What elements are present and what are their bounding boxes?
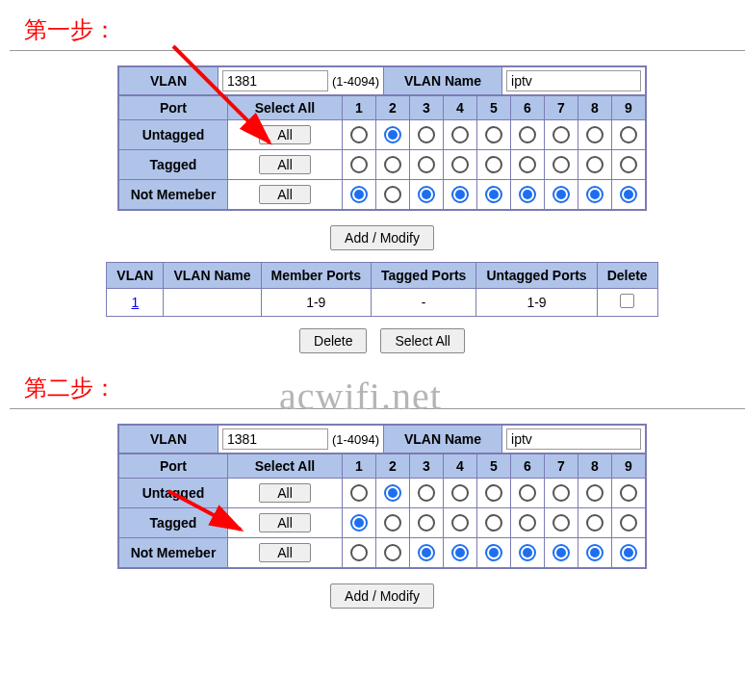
- step1-section: VLAN (1-4094) VLAN Name Port Select All …: [10, 65, 745, 353]
- port-radio[interactable]: [451, 186, 469, 203]
- port-radio[interactable]: [620, 484, 637, 502]
- port-radio[interactable]: [519, 514, 536, 531]
- port-radio[interactable]: [519, 484, 536, 502]
- port-header: Port: [118, 454, 227, 479]
- port-num: 3: [410, 96, 444, 120]
- add-modify-button[interactable]: Add / Modify: [330, 583, 434, 609]
- selectall-button[interactable]: Select All: [380, 328, 465, 353]
- all-button[interactable]: All: [259, 185, 311, 204]
- port-radio[interactable]: [519, 186, 536, 203]
- port-radio[interactable]: [451, 514, 469, 531]
- port-radio[interactable]: [451, 156, 469, 173]
- all-button[interactable]: All: [259, 513, 311, 532]
- port-radio[interactable]: [519, 544, 536, 561]
- port-radio[interactable]: [552, 544, 570, 561]
- port-radio[interactable]: [350, 544, 368, 561]
- port-radio[interactable]: [418, 126, 435, 143]
- port-radio[interactable]: [485, 544, 502, 561]
- all-button[interactable]: All: [259, 483, 311, 503]
- cell-vlanname: [164, 289, 261, 317]
- col-vlanname: VLAN Name: [164, 263, 261, 289]
- col-member: Member Ports: [261, 263, 371, 289]
- cell-member: 1-9: [261, 289, 371, 317]
- all-button[interactable]: All: [259, 125, 311, 144]
- col-vlan: VLAN: [107, 263, 164, 289]
- port-radio[interactable]: [485, 514, 502, 531]
- port-radio[interactable]: [384, 156, 401, 173]
- delete-button[interactable]: Delete: [299, 328, 367, 353]
- port-num: 8: [578, 454, 612, 479]
- port-num: 3: [410, 454, 444, 479]
- vlan-input-table-2: VLAN (1-4094) VLAN Name: [118, 425, 646, 454]
- port-radio[interactable]: [519, 156, 536, 173]
- port-radio[interactable]: [418, 156, 435, 173]
- port-radio[interactable]: [350, 514, 368, 531]
- port-radio[interactable]: [384, 514, 401, 531]
- row-label-untagged: Untagged: [118, 479, 227, 508]
- all-button[interactable]: All: [259, 543, 311, 562]
- vlan-input-table-1: VLAN (1-4094) VLAN Name: [118, 66, 646, 95]
- port-num: 2: [376, 96, 410, 120]
- vlan-id-input[interactable]: [222, 428, 328, 450]
- port-radio[interactable]: [620, 156, 637, 173]
- port-radio[interactable]: [418, 544, 435, 561]
- vlan-id-input[interactable]: [222, 70, 328, 91]
- delete-checkbox[interactable]: [620, 294, 634, 308]
- port-radio[interactable]: [552, 484, 570, 502]
- port-radio[interactable]: [586, 484, 604, 502]
- port-radio[interactable]: [384, 544, 401, 561]
- port-radio[interactable]: [418, 186, 435, 203]
- port-radio[interactable]: [350, 186, 368, 203]
- port-radio[interactable]: [485, 126, 502, 143]
- port-radio[interactable]: [350, 484, 368, 502]
- port-radio[interactable]: [620, 186, 637, 203]
- add-modify-button[interactable]: Add / Modify: [330, 225, 434, 250]
- port-radio[interactable]: [451, 484, 469, 502]
- port-radio[interactable]: [350, 126, 368, 143]
- port-radio[interactable]: [384, 126, 401, 143]
- port-radio[interactable]: [485, 156, 502, 173]
- port-radio[interactable]: [519, 126, 536, 143]
- vlan-name-input[interactable]: [506, 428, 641, 450]
- all-button[interactable]: All: [259, 155, 311, 174]
- port-table-2: Port Select All 1 2 3 4 5 6 7 8 9 Untagg…: [118, 454, 646, 568]
- port-radio[interactable]: [418, 514, 435, 531]
- port-radio[interactable]: [384, 484, 401, 502]
- port-radio[interactable]: [451, 544, 469, 561]
- port-radio[interactable]: [350, 156, 368, 173]
- port-radio[interactable]: [552, 156, 570, 173]
- port-radio[interactable]: [620, 126, 637, 143]
- port-num: 2: [376, 454, 410, 479]
- port-radio[interactable]: [451, 126, 469, 143]
- port-radio[interactable]: [384, 186, 401, 203]
- table-row: 1 1-9 - 1-9: [107, 289, 657, 317]
- port-radio[interactable]: [552, 186, 570, 203]
- port-num: 1: [343, 96, 376, 120]
- port-radio[interactable]: [418, 484, 435, 502]
- vlan-link[interactable]: 1: [132, 295, 140, 310]
- cell-delete: [597, 289, 657, 317]
- port-radio[interactable]: [586, 514, 604, 531]
- row-label-untagged: Untagged: [118, 120, 227, 150]
- port-radio[interactable]: [552, 126, 570, 143]
- port-radio[interactable]: [586, 126, 604, 143]
- vlan-label: VLAN: [118, 426, 218, 454]
- col-untagged: Untagged Ports: [476, 263, 597, 289]
- divider: [10, 408, 745, 409]
- port-radio[interactable]: [586, 156, 604, 173]
- port-radio[interactable]: [620, 544, 637, 561]
- port-num: 6: [511, 96, 545, 120]
- port-num: 7: [545, 454, 578, 479]
- port-radio[interactable]: [552, 514, 570, 531]
- row-label-notmemeber: Not Memeber: [118, 538, 227, 568]
- vlan-name-input[interactable]: [506, 70, 641, 91]
- vlan-label: VLAN: [118, 67, 218, 95]
- port-radio[interactable]: [485, 186, 502, 203]
- cell-tagged: -: [371, 289, 475, 317]
- port-radio[interactable]: [485, 484, 502, 502]
- port-num: 8: [578, 96, 612, 120]
- port-radio[interactable]: [586, 544, 604, 561]
- row-label-tagged: Tagged: [118, 150, 227, 180]
- port-radio[interactable]: [586, 186, 604, 203]
- port-radio[interactable]: [620, 514, 637, 531]
